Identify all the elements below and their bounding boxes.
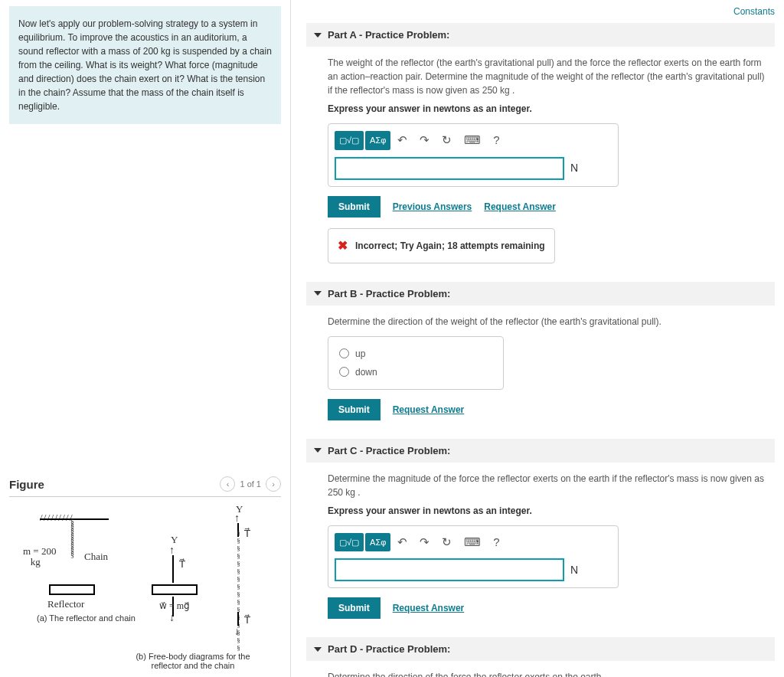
caret-down-icon — [314, 448, 322, 453]
problem-statement: Now let's apply our problem-solving stra… — [9, 6, 281, 124]
reset-icon[interactable]: ↻ — [436, 532, 457, 553]
part-c-input[interactable] — [335, 558, 564, 581]
part-a-express: Express your answer in newtons as an int… — [328, 102, 766, 116]
part-b-desc: Determine the direction of the weight of… — [328, 315, 766, 329]
undo-icon[interactable]: ↶ — [392, 532, 413, 553]
part-c-submit[interactable]: Submit — [328, 597, 381, 619]
undo-icon[interactable]: ↶ — [392, 130, 413, 151]
part-c-answer-box: ▢√▢ ΑΣφ ↶ ↷ ↻ ⌨︎ ? N — [328, 525, 619, 589]
part-a-answer-box: ▢√▢ ΑΣφ ↶ ↷ ↻ ⌨︎ ? N — [328, 123, 619, 187]
figure-diagram: / / / / / / / / / §§§§§§§§ m = 200 kg Ch… — [9, 505, 270, 673]
keyboard-icon[interactable]: ⌨︎ — [459, 130, 486, 151]
feedback-text: Incorrect; Try Again; 18 attempts remain… — [355, 239, 545, 253]
part-d-desc: Determine the direction of the force the… — [328, 670, 766, 677]
part-b-submit[interactable]: Submit — [328, 399, 381, 420]
incorrect-icon: ✖ — [338, 237, 348, 255]
pager-text: 1 of 1 — [240, 479, 261, 489]
part-d-body: Determine the direction of the force the… — [306, 661, 775, 677]
constants-link[interactable]: Constants — [733, 6, 775, 17]
part-a-feedback: ✖ Incorrect; Try Again; 18 attempts rema… — [328, 228, 555, 263]
help-icon[interactable]: ? — [488, 532, 505, 553]
math-templates-button[interactable]: ▢√▢ — [335, 533, 364, 552]
part-b-opt-down[interactable]: down — [339, 363, 492, 381]
pager-prev[interactable]: ‹ — [220, 476, 235, 492]
caret-down-icon — [314, 33, 322, 38]
part-c-body: Determine the magnitude of the force the… — [306, 463, 775, 632]
part-c-title: Part C - Practice Problem: — [328, 445, 450, 456]
pager-next[interactable]: › — [266, 476, 281, 492]
greek-button[interactable]: ΑΣφ — [365, 533, 390, 552]
answer-toolbar: ▢√▢ ΑΣφ ↶ ↷ ↻ ⌨︎ ? — [335, 532, 612, 553]
part-b-header[interactable]: Part B - Practice Problem: — [306, 282, 775, 306]
math-templates-button[interactable]: ▢√▢ — [335, 131, 364, 150]
caret-down-icon — [314, 647, 322, 652]
part-d-header[interactable]: Part D - Practice Problem: — [306, 637, 775, 661]
part-c-request-answer[interactable]: Request Answer — [393, 601, 465, 615]
part-a-input[interactable] — [335, 157, 564, 180]
part-a-unit: N — [570, 160, 578, 176]
radio-up[interactable] — [339, 348, 349, 358]
part-a-body: The weight of the reflector (the earth's… — [306, 47, 775, 276]
figure-pager: ‹ 1 of 1 › — [220, 476, 281, 492]
part-a-previous-answers[interactable]: Previous Answers — [393, 200, 472, 214]
part-a-header[interactable]: Part A - Practice Problem: — [306, 23, 775, 47]
left-column: Now let's apply our problem-solving stra… — [0, 0, 291, 677]
part-d-title: Part D - Practice Problem: — [328, 643, 450, 655]
part-b-body: Determine the direction of the weight of… — [306, 306, 775, 433]
part-c-header[interactable]: Part C - Practice Problem: — [306, 439, 775, 463]
right-column: Constants Part A - Practice Problem: The… — [291, 0, 784, 677]
part-a-desc: The weight of the reflector (the earth's… — [328, 56, 766, 97]
figure-title: Figure — [9, 478, 44, 491]
help-icon[interactable]: ? — [488, 130, 505, 151]
part-c-unit: N — [570, 562, 578, 578]
reset-icon[interactable]: ↻ — [436, 130, 457, 151]
answer-toolbar: ▢√▢ ΑΣφ ↶ ↷ ↻ ⌨︎ ? — [335, 130, 612, 151]
part-b-request-answer[interactable]: Request Answer — [393, 403, 465, 417]
redo-icon[interactable]: ↷ — [414, 130, 435, 151]
part-c-express: Express your answer in newtons as an int… — [328, 504, 766, 518]
part-c-desc: Determine the magnitude of the force the… — [328, 472, 766, 499]
figure-section: Figure ‹ 1 of 1 › / / / / / / / / / §§§§… — [9, 476, 281, 673]
part-b-options: up down — [328, 336, 504, 390]
keyboard-icon[interactable]: ⌨︎ — [459, 532, 486, 553]
part-b-title: Part B - Practice Problem: — [328, 288, 450, 299]
greek-button[interactable]: ΑΣφ — [365, 131, 390, 150]
part-b-opt-up[interactable]: up — [339, 345, 492, 363]
part-a-request-answer[interactable]: Request Answer — [484, 200, 556, 214]
redo-icon[interactable]: ↷ — [414, 532, 435, 553]
problem-text: Now let's apply our problem-solving stra… — [18, 18, 272, 112]
part-a-submit[interactable]: Submit — [328, 196, 381, 217]
caret-down-icon — [314, 291, 322, 296]
part-a-title: Part A - Practice Problem: — [328, 29, 449, 41]
radio-down[interactable] — [339, 367, 349, 377]
